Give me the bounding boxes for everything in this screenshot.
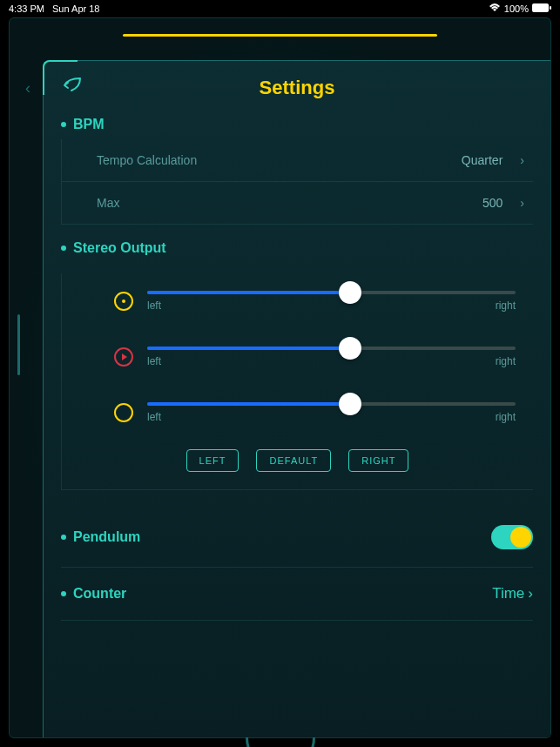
svg-rect-0 <box>532 3 549 12</box>
counter-title: Counter <box>73 586 126 602</box>
beat-normal-icon <box>114 403 133 422</box>
status-bar: 4:33 PM Sun Apr 18 100% <box>0 0 560 17</box>
beat-accent-icon <box>114 292 133 311</box>
slider-right-label: right <box>496 299 516 312</box>
beat-play-icon <box>114 347 133 367</box>
chevron-right-icon: › <box>520 196 524 210</box>
wifi-icon <box>489 3 501 14</box>
tempo-calculation-label: Tempo Calculation <box>97 153 197 167</box>
slider-left-label: left <box>147 299 161 312</box>
slider-track-1[interactable] <box>147 291 516 294</box>
counter-row[interactable]: Counter Time › <box>61 568 533 621</box>
pendulum-title: Pendulum <box>73 529 140 545</box>
svg-rect-1 <box>550 6 551 10</box>
slider-right-label: right <box>496 411 516 423</box>
slider-thumb-1[interactable] <box>339 281 361 304</box>
chevron-right-icon: › <box>528 585 533 602</box>
status-left: 4:33 PM Sun Apr 18 <box>9 3 99 14</box>
stereo-title: Stereo Output <box>73 240 166 256</box>
bullet-icon <box>61 122 66 127</box>
battery-icon <box>532 3 551 14</box>
bpm-section-header: BPM <box>61 117 533 132</box>
left-edge-accent <box>17 314 20 375</box>
max-value: 500 <box>482 196 503 210</box>
stereo-section-header: Stereo Output <box>61 240 533 256</box>
bpm-title: BPM <box>73 117 105 132</box>
tempo-calculation-value: Quarter <box>462 153 503 167</box>
slider-track-3[interactable] <box>147 402 516 406</box>
stereo-slider-3: left right <box>62 385 533 441</box>
max-row[interactable]: Max 500 › <box>61 182 533 225</box>
slider-thumb-2[interactable] <box>339 337 361 360</box>
slider-track-2[interactable] <box>147 347 516 350</box>
status-time: 4:33 PM <box>9 3 44 14</box>
pendulum-row: Pendulum <box>61 508 533 568</box>
counter-value: Time <box>492 585 524 602</box>
outer-frame: ‹ Settings BPM Tempo Calculation Quarter… <box>9 17 551 738</box>
preset-default-button[interactable]: DEFAULT <box>256 449 331 472</box>
status-right: 100% <box>489 3 551 14</box>
back-button[interactable] <box>59 71 87 99</box>
page-title: Settings <box>44 61 550 99</box>
slider-thumb-3[interactable] <box>339 393 361 415</box>
settings-panel: Settings BPM Tempo Calculation Quarter ›… <box>43 60 550 737</box>
slider-left-label: left <box>147 411 161 423</box>
bullet-icon <box>61 591 66 596</box>
slider-left-label: left <box>147 355 161 367</box>
max-label: Max <box>97 196 119 210</box>
bullet-icon <box>61 246 66 251</box>
accent-top <box>123 34 437 37</box>
back-chevron-icon[interactable]: ‹ <box>25 79 30 98</box>
pendulum-toggle[interactable] <box>491 525 533 549</box>
stereo-slider-1: left right <box>62 273 533 329</box>
bullet-icon <box>61 535 66 540</box>
slider-right-label: right <box>496 355 516 367</box>
battery-percent: 100% <box>504 3 529 14</box>
stereo-slider-2: left right <box>62 329 533 385</box>
status-date: Sun Apr 18 <box>52 3 99 14</box>
preset-right-button[interactable]: RIGHT <box>348 449 408 472</box>
tempo-calculation-row[interactable]: Tempo Calculation Quarter › <box>61 139 533 182</box>
chevron-right-icon: › <box>520 153 524 167</box>
preset-left-button[interactable]: LEFT <box>186 449 240 472</box>
